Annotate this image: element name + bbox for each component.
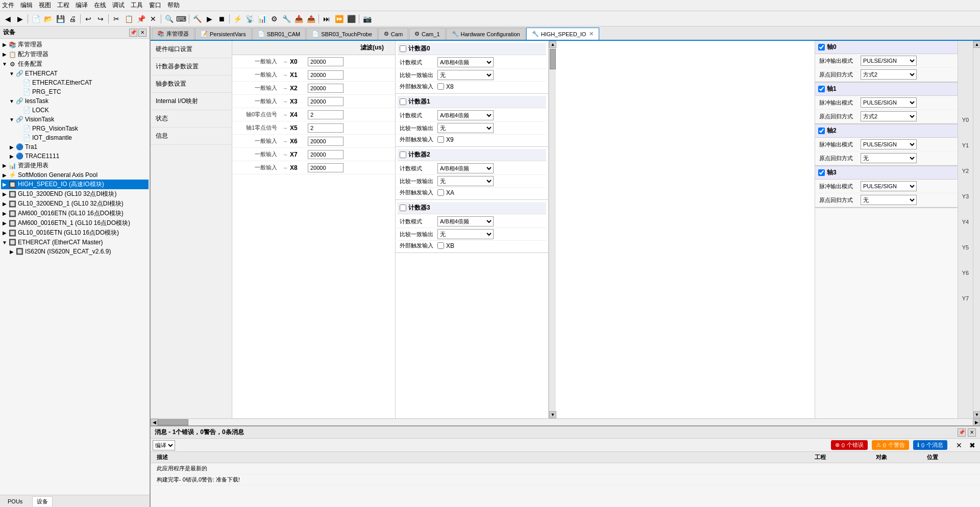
compare-select-3[interactable]: 无 有 bbox=[437, 229, 494, 239]
main-scrollbar-v[interactable]: ▲ ▼ bbox=[549, 41, 556, 418]
menu-hw-ports[interactable]: 硬件端口设置 bbox=[151, 41, 232, 58]
tree-item-1[interactable]: ▶📚库管理器 bbox=[1, 40, 149, 49]
tree-item-21[interactable]: ▶🔲GL10_0016ETN (GL10 16点DO模块) bbox=[1, 228, 149, 238]
menu-compile[interactable]: 编译 bbox=[76, 1, 88, 10]
tree-expand-6[interactable] bbox=[15, 88, 22, 95]
tb-cut[interactable]: ✂ bbox=[111, 13, 122, 24]
tree-item-20[interactable]: ▶🔲AM600_0016ETN_1 (GL10 16点DO模块) bbox=[1, 218, 149, 228]
tb-online1[interactable]: ⚡ bbox=[232, 13, 243, 24]
scroll-thumb[interactable] bbox=[550, 49, 556, 69]
menu-help[interactable]: 帮助 bbox=[167, 1, 180, 10]
trigger-checkbox-3[interactable] bbox=[437, 242, 444, 249]
io-input-4[interactable] bbox=[308, 110, 344, 119]
tree-expand-19[interactable]: ▶ bbox=[1, 210, 8, 217]
right-scroll-up[interactable]: ▲ bbox=[973, 41, 980, 48]
tree-expand-16[interactable]: ▶ bbox=[1, 181, 8, 188]
trigger-checkbox-1[interactable] bbox=[437, 136, 444, 143]
tree-item-11[interactable]: 📄IOT_dismantle bbox=[1, 133, 149, 142]
tab-sbr03-touchprobe[interactable]: 📄 SBR03_TouchProbe bbox=[306, 28, 378, 40]
tree-item-10[interactable]: 📄PRG_VisionTask bbox=[1, 124, 149, 133]
tb-undo[interactable]: ↩ bbox=[83, 13, 94, 24]
axis-checkbox-0[interactable] bbox=[818, 44, 825, 50]
tb-build[interactable]: 🔨 bbox=[191, 13, 203, 24]
trigger-checkbox-0[interactable] bbox=[437, 83, 444, 90]
io-input-3[interactable] bbox=[308, 97, 344, 106]
tree-item-15[interactable]: ▶⚡SoftMotion General Axis Pool bbox=[1, 170, 149, 180]
tb-stop[interactable]: ⏹ bbox=[216, 13, 227, 24]
close-left-button[interactable]: ✕ bbox=[138, 29, 146, 37]
tree-expand-15[interactable]: ▶ bbox=[1, 171, 8, 179]
tb-run[interactable]: ▶ bbox=[204, 13, 215, 24]
menu-tools[interactable]: 工具 bbox=[131, 1, 143, 10]
tb-open[interactable]: 📂 bbox=[42, 13, 54, 24]
tree-expand-1[interactable]: ▶ bbox=[1, 41, 8, 48]
pulse-select-0[interactable]: PULSE/SIGN CW/CCW A/B相 bbox=[861, 56, 917, 66]
tb-back[interactable]: ◀ bbox=[2, 13, 13, 24]
tree-item-18[interactable]: ▶🔲GL10_3200END_1 (GL10 32点DI模块) bbox=[1, 199, 149, 209]
trigger-checkbox-2[interactable] bbox=[437, 189, 444, 196]
tree-expand-23[interactable]: ▶ bbox=[8, 248, 15, 255]
tree-expand-14[interactable]: ▶ bbox=[1, 162, 8, 169]
io-input-2[interactable] bbox=[308, 84, 344, 93]
tree-item-22[interactable]: ▼🔲ETHERCAT (EtherCAT Master) bbox=[1, 238, 149, 247]
menu-status[interactable]: 状态 bbox=[151, 110, 232, 128]
count-mode-select-3[interactable]: A/B相4倍频 单相 双相 bbox=[437, 216, 494, 226]
pulse-select-1[interactable]: PULSE/SIGN CW/CCW A/B相 bbox=[861, 97, 917, 108]
tb-extra1[interactable]: ⚙ bbox=[268, 13, 280, 24]
menu-info[interactable]: 信息 bbox=[151, 128, 232, 145]
io-input-8[interactable] bbox=[308, 163, 344, 172]
tb-dbg2[interactable]: ⏩ bbox=[333, 13, 345, 24]
return-select-2[interactable]: 无 方式1 方式2 无 bbox=[861, 153, 917, 163]
tree-expand-5[interactable] bbox=[15, 79, 22, 86]
compare-select-2[interactable]: 无 有 bbox=[437, 176, 494, 186]
tree-expand-21[interactable]: ▶ bbox=[1, 230, 8, 237]
menu-file[interactable]: 文件 bbox=[2, 1, 14, 10]
menu-axis-params[interactable]: 轴参数设置 bbox=[151, 75, 232, 93]
right-scroll-down[interactable]: ▼ bbox=[973, 411, 980, 418]
tree-item-14[interactable]: ▶📊资源使用表 bbox=[1, 161, 149, 170]
tab-sbr01-cam[interactable]: 📄 SBR01_CAM bbox=[252, 28, 306, 40]
tb-extra4[interactable]: 📤 bbox=[305, 13, 316, 24]
scroll-up-arrow[interactable]: ▲ bbox=[549, 41, 556, 48]
clear-errors-button[interactable]: ✕ bbox=[953, 440, 965, 451]
io-input-0[interactable] bbox=[308, 57, 344, 66]
tab-library-manager[interactable]: 📚 库管理器 bbox=[152, 28, 194, 40]
tree-expand-7[interactable]: ▼ bbox=[8, 97, 15, 105]
tb-dbg3[interactable]: ⬛ bbox=[346, 13, 357, 24]
tb-redo[interactable]: ↪ bbox=[95, 13, 106, 24]
return-select-1[interactable]: 方式2 方式1 方式2 无 bbox=[861, 111, 917, 121]
menu-view[interactable]: 视图 bbox=[39, 1, 51, 10]
counter-checkbox-1[interactable] bbox=[400, 98, 406, 105]
pulse-select-2[interactable]: PULSE/SIGN CW/CCW A/B相 bbox=[861, 139, 917, 149]
return-select-0[interactable]: 方式2 方式1 方式2 无 bbox=[861, 69, 917, 80]
tab-cam1[interactable]: ⚙ Cam_1 bbox=[409, 28, 445, 40]
tree-expand-17[interactable]: ▶ bbox=[1, 191, 8, 198]
tb-extra2[interactable]: 🔧 bbox=[281, 13, 292, 24]
compare-select-1[interactable]: 无 有 bbox=[437, 123, 494, 133]
tree-item-6[interactable]: 📄PRG_ETC bbox=[1, 87, 149, 96]
tree-expand-18[interactable]: ▶ bbox=[1, 200, 8, 208]
compare-select-0[interactable]: 无 有 bbox=[437, 70, 494, 80]
tree-item-16[interactable]: ▶🔲HIGH_SPEED_IO (高速IO模块) bbox=[1, 180, 149, 189]
clear-all-button[interactable]: ✖ bbox=[967, 440, 978, 451]
bottom-close-button[interactable]: ✕ bbox=[968, 428, 976, 437]
menu-edit[interactable]: 编辑 bbox=[20, 1, 33, 10]
tree-item-2[interactable]: ▶📋配方管理器 bbox=[1, 49, 149, 59]
tree-expand-9[interactable]: ▼ bbox=[8, 116, 15, 123]
count-mode-select-2[interactable]: A/B相4倍频 单相 双相 bbox=[437, 163, 494, 173]
bottom-pin-button[interactable]: 📌 bbox=[958, 428, 966, 437]
tree-expand-22[interactable]: ▼ bbox=[1, 239, 8, 246]
tree-expand-20[interactable]: ▶ bbox=[1, 220, 8, 227]
tb-snap[interactable]: 📷 bbox=[361, 13, 373, 24]
tb-find[interactable]: 🔍 bbox=[163, 13, 175, 24]
pulse-select-3[interactable]: PULSE/SIGN CW/CCW A/B相 bbox=[861, 181, 917, 191]
tree-item-12[interactable]: ▶🔵Tra1 bbox=[1, 142, 149, 151]
scroll-right-arrow[interactable]: ▶ bbox=[973, 419, 980, 426]
tab-hardware-config[interactable]: 🔧 Hardware Configuration bbox=[446, 28, 526, 40]
tab-persistent-vars[interactable]: 📝 PersistentVars bbox=[195, 28, 252, 40]
tree-item-5[interactable]: 📄ETHERCAT.EtherCAT bbox=[1, 78, 149, 87]
tb-forward[interactable]: ▶ bbox=[14, 13, 26, 24]
tree-expand-3[interactable]: ▼ bbox=[1, 61, 8, 68]
msg-row-0[interactable]: 此应用程序是最新的 bbox=[151, 463, 980, 474]
tree-expand-2[interactable]: ▶ bbox=[1, 51, 8, 58]
